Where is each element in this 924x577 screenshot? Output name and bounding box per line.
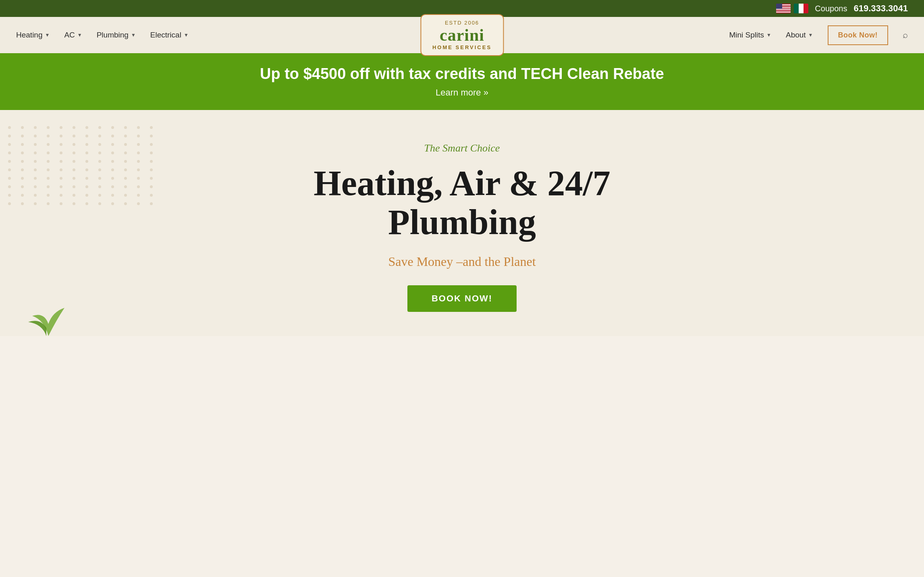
dot — [73, 135, 75, 137]
dot — [34, 202, 37, 205]
dot — [73, 177, 75, 180]
hero-subtitle: Save Money –and the Planet — [16, 254, 908, 269]
dot — [73, 143, 75, 146]
flag-mx-icon[interactable] — [794, 4, 808, 13]
dot — [60, 152, 62, 154]
dot — [137, 177, 140, 180]
nav-mini-splits[interactable]: Mini Splits ▼ — [729, 31, 771, 39]
logo[interactable]: ESTD 2006 carini HOME SERVICES — [420, 14, 504, 56]
dot — [124, 160, 127, 163]
nav-mini-splits-label: Mini Splits — [729, 31, 764, 39]
nav-about-label: About — [786, 31, 806, 39]
promo-title: Up to $4500 off with tax credits and TEC… — [16, 65, 908, 83]
dot — [85, 160, 88, 163]
language-flags — [776, 4, 808, 13]
nav-ac[interactable]: AC ▼ — [64, 31, 82, 39]
promo-learn-more-link[interactable]: Learn more » — [436, 87, 488, 98]
dot — [85, 185, 88, 188]
dot — [34, 126, 37, 129]
dot — [60, 135, 62, 137]
hero-book-now-button[interactable]: BOOK NOW! — [407, 285, 517, 312]
dot — [8, 194, 11, 197]
dot — [98, 194, 101, 197]
dot — [8, 152, 11, 154]
nav-left: Heating ▼ AC ▼ Plumbing ▼ Electrical ▼ — [16, 31, 189, 39]
dot — [98, 168, 101, 171]
dot — [21, 185, 24, 188]
mini-splits-chevron-icon: ▼ — [766, 32, 771, 38]
main-nav: Heating ▼ AC ▼ Plumbing ▼ Electrical ▼ E… — [0, 17, 924, 53]
dot — [8, 135, 11, 137]
dot — [8, 160, 11, 163]
dot — [111, 152, 114, 154]
dot — [124, 185, 127, 188]
dot — [85, 168, 88, 171]
dot — [73, 168, 75, 171]
nav-electrical[interactable]: Electrical ▼ — [150, 31, 189, 39]
logo-name: carini — [432, 26, 492, 44]
dot — [60, 194, 62, 197]
dot — [47, 143, 50, 146]
dot — [137, 194, 140, 197]
nav-heating[interactable]: Heating ▼ — [16, 31, 50, 39]
logo-est: ESTD 2006 — [432, 20, 492, 26]
dot — [47, 168, 50, 171]
dot — [85, 135, 88, 137]
dot — [124, 177, 127, 180]
hero-title-line2: Plumbing — [388, 203, 536, 242]
book-now-button[interactable]: Book Now! — [828, 25, 889, 45]
dot — [60, 202, 62, 205]
dot — [60, 185, 62, 188]
dot — [124, 202, 127, 205]
ac-chevron-icon: ▼ — [77, 32, 82, 38]
dot — [124, 126, 127, 129]
dot — [137, 126, 140, 129]
heating-chevron-icon: ▼ — [45, 32, 50, 38]
nav-plumbing-label: Plumbing — [97, 31, 129, 39]
promo-banner: Up to $4500 off with tax credits and TEC… — [0, 53, 924, 110]
dot — [98, 152, 101, 154]
dot — [8, 168, 11, 171]
dot — [111, 168, 114, 171]
dot — [98, 135, 101, 137]
nav-right: Mini Splits ▼ About ▼ Book Now! ⌕ — [729, 25, 908, 45]
dot — [85, 177, 88, 180]
dot — [85, 194, 88, 197]
electrical-chevron-icon: ▼ — [184, 32, 189, 38]
dot — [137, 143, 140, 146]
dot — [73, 194, 75, 197]
dot — [47, 152, 50, 154]
about-chevron-icon: ▼ — [808, 32, 813, 38]
dot — [60, 143, 62, 146]
dot — [21, 194, 24, 197]
dot — [111, 194, 114, 197]
dot — [60, 177, 62, 180]
dot — [21, 160, 24, 163]
nav-about[interactable]: About ▼ — [786, 31, 813, 39]
dot — [111, 202, 114, 205]
dot — [150, 143, 153, 146]
dot — [8, 185, 11, 188]
search-icon[interactable]: ⌕ — [903, 30, 908, 40]
dot — [73, 202, 75, 205]
dot — [21, 126, 24, 129]
dot — [34, 168, 37, 171]
dot — [98, 160, 101, 163]
dot — [34, 177, 37, 180]
dot — [34, 160, 37, 163]
dot — [150, 185, 153, 188]
dot — [111, 143, 114, 146]
flag-us-icon[interactable] — [776, 4, 791, 13]
nav-plumbing[interactable]: Plumbing ▼ — [97, 31, 136, 39]
plumbing-chevron-icon: ▼ — [131, 32, 136, 38]
dot — [73, 126, 75, 129]
dot — [47, 202, 50, 205]
dot — [150, 177, 153, 180]
dot — [85, 202, 88, 205]
dot — [98, 143, 101, 146]
coupons-link[interactable]: Coupons — [815, 4, 847, 13]
dot — [111, 185, 114, 188]
dot — [111, 126, 114, 129]
dot — [137, 168, 140, 171]
dot — [34, 152, 37, 154]
